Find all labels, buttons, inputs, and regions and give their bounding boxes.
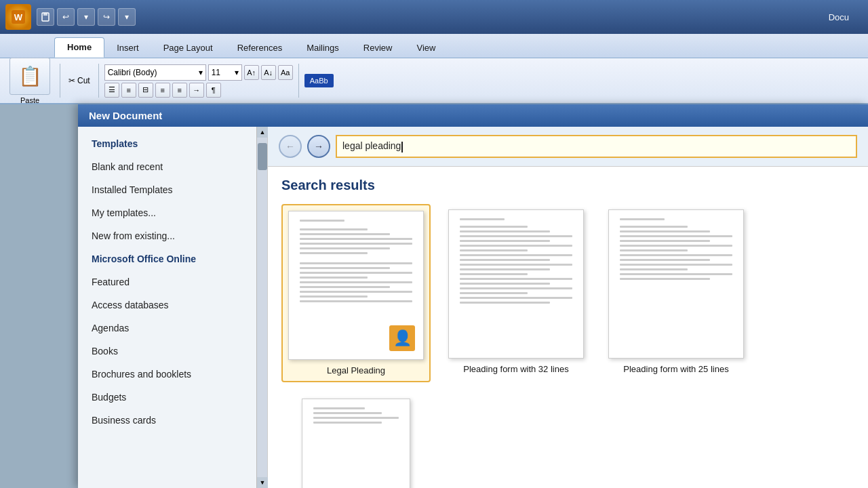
template-card-pleading-extra[interactable]: Pl... [281, 393, 431, 488]
dialog-title: New Document [78, 104, 868, 127]
sidebar-item-books[interactable]: Books [78, 340, 267, 363]
separator-2 [98, 64, 99, 98]
tab-mailings[interactable]: Mailings [294, 39, 351, 58]
font-family-selector[interactable]: Calibri (Body) ▾ [104, 64, 206, 81]
search-bar: ← → legal pleading [268, 127, 868, 167]
align-left-button[interactable]: ≡ [155, 83, 170, 98]
ribbon-tabs: Home Insert Page Layout References Maili… [0, 34, 868, 58]
font-name-label: Calibri (Body) [108, 68, 157, 77]
title-bar: W ↩ ▾ ↪ ▾ Docu [0, 0, 868, 34]
template-name-pleading-25: Pleading form with 25 lines [623, 364, 728, 374]
results-area: Search results [268, 167, 868, 488]
increase-indent-button[interactable]: → [189, 83, 204, 98]
templates-sidebar: Templates Blank and recent Installed Tem… [78, 127, 268, 488]
sidebar-scroll-area: Templates Blank and recent Installed Tem… [78, 127, 267, 488]
sidebar-scrollbar[interactable]: ▲ ▼ [256, 127, 267, 488]
sidebar-item-business-cards[interactable]: Business cards [78, 409, 267, 432]
right-panel: ← → legal pleading Search results [268, 127, 868, 488]
quick-access-dropdown[interactable]: ▾ [118, 8, 136, 26]
svg-rect-3 [43, 13, 47, 16]
ribbon-toolbar: 📋 Paste ✂ Cut Calibri (Body) ▾ 11 ▾ A↑ A… [0, 58, 868, 104]
template-card-pleading-25[interactable]: Pleading form with 25 lines [601, 204, 751, 382]
scroll-up-button[interactable]: ▲ [257, 127, 268, 138]
app-logo: W [5, 4, 31, 30]
save-button[interactable] [37, 8, 54, 26]
tab-insert[interactable]: Insert [104, 39, 151, 58]
sidebar-item-featured[interactable]: Featured [78, 270, 267, 293]
tab-view[interactable]: View [404, 39, 448, 58]
search-input-text: legal pleading [342, 140, 850, 152]
font-shrink-button[interactable]: A↓ [261, 65, 276, 80]
font-controls: Calibri (Body) ▾ 11 ▾ A↑ A↓ Aa ☰ ≡ ⊟ ≡ ≡… [104, 64, 293, 98]
font-dropdown-icon: ▾ [199, 68, 203, 77]
cut-button[interactable]: ✂ Cut [66, 75, 93, 87]
dialog-content: Templates Blank and recent Installed Tem… [78, 127, 868, 488]
back-button[interactable]: ← [279, 135, 302, 158]
sidebar-item-new-existing[interactable]: New from existing... [78, 224, 267, 247]
show-hide-button[interactable]: ¶ [206, 83, 221, 98]
template-card-legal-pleading[interactable]: 👤 Legal Pleading [281, 204, 431, 382]
font-grow-button[interactable]: A↑ [244, 65, 259, 80]
separator-1 [60, 64, 60, 98]
sidebar-item-brochures[interactable]: Brochures and booklets [78, 363, 267, 386]
paste-icon: 📋 [18, 65, 42, 87]
redo-button[interactable]: ↪ [98, 8, 115, 26]
template-preview-pleading-25 [608, 209, 744, 359]
undo-dropdown[interactable]: ▾ [77, 8, 95, 26]
forward-icon: → [314, 141, 323, 152]
sidebar-item-my-templates[interactable]: My templates... [78, 201, 267, 224]
font-size-selector[interactable]: 11 ▾ [208, 64, 242, 81]
svg-text:W: W [14, 12, 23, 22]
align-center-button[interactable]: ≡ [172, 83, 187, 98]
template-card-pleading-32[interactable]: Pleading form with 32 lines [441, 204, 591, 382]
search-input-container[interactable]: legal pleading [336, 135, 857, 158]
sidebar-item-budgets[interactable]: Budgets [78, 386, 267, 409]
template-person-icon: 👤 [389, 325, 415, 351]
sidebar-item-installed[interactable]: Installed Templates [78, 178, 267, 201]
sidebar-item-access-db[interactable]: Access databases [78, 293, 267, 317]
sidebar-item-blank-recent[interactable]: Blank and recent [78, 155, 267, 178]
undo-button[interactable]: ↩ [57, 8, 75, 26]
separator-3 [298, 64, 299, 98]
forward-button[interactable]: → [307, 135, 330, 158]
paste-button[interactable]: 📋 [9, 58, 50, 95]
text-cursor [401, 142, 403, 152]
new-document-dialog: New Document Templates Blank and recent … [78, 104, 868, 488]
tab-page-layout[interactable]: Page Layout [151, 39, 225, 58]
template-preview-pleading-extra [302, 399, 410, 488]
template-preview-pleading-32 [448, 209, 584, 359]
cut-label: Cut [77, 76, 90, 85]
search-value: legal pleading [342, 140, 401, 151]
results-title: Search results [281, 178, 854, 193]
sidebar-item-agendas[interactable]: Agendas [78, 317, 267, 340]
window-title: Docu [829, 12, 863, 22]
template-preview-legal-pleading: 👤 [288, 211, 424, 360]
font-size-dropdown-icon: ▾ [235, 68, 239, 77]
template-name-pleading-32: Pleading form with 32 lines [463, 364, 568, 374]
scrollbar-thumb[interactable] [258, 143, 267, 170]
sidebar-item-ms-online[interactable]: Microsoft Office Online [78, 247, 267, 270]
scroll-down-button[interactable]: ▼ [257, 477, 268, 488]
bullets-button[interactable]: ☰ [104, 83, 119, 98]
sidebar-section-templates: Templates [78, 132, 267, 155]
template-name-legal-pleading: Legal Pleading [327, 365, 385, 375]
scissors-icon: ✂ [68, 76, 75, 85]
tab-review[interactable]: Review [351, 39, 405, 58]
change-case-button[interactable]: Aa [278, 65, 293, 80]
numbering-button[interactable]: ≡ [121, 83, 136, 98]
tab-home[interactable]: Home [54, 37, 104, 58]
main-area: New Document Templates Blank and recent … [0, 104, 868, 488]
tab-references[interactable]: References [225, 39, 294, 58]
paste-label: Paste [20, 96, 39, 104]
back-icon: ← [285, 141, 295, 152]
multilevel-list-button[interactable]: ⊟ [138, 83, 153, 98]
toolbar-controls: ↩ ▾ ↪ ▾ [37, 8, 136, 26]
style-aa-button[interactable]: AaBb [304, 74, 334, 87]
results-grid: 👤 Legal Pleading [281, 204, 854, 488]
font-size-label: 11 [212, 68, 220, 77]
